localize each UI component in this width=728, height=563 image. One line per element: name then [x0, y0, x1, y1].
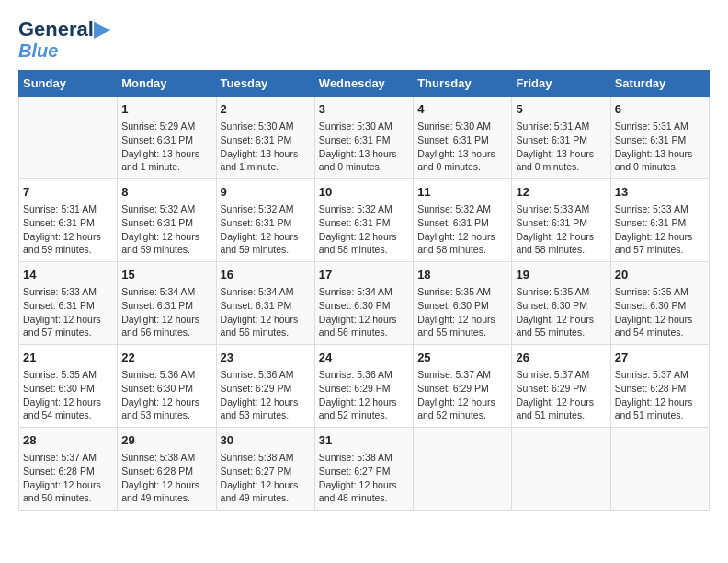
day-number: 17	[319, 267, 409, 283]
calendar-table: SundayMondayTuesdayWednesdayThursdayFrid…	[18, 70, 710, 511]
day-cell: 10Sunrise: 5:32 AM Sunset: 6:31 PM Dayli…	[314, 179, 413, 262]
day-number: 19	[516, 267, 606, 283]
day-cell: 9Sunrise: 5:32 AM Sunset: 6:31 PM Daylig…	[216, 179, 314, 262]
logo-text: General▶	[18, 18, 109, 40]
day-cell: 25Sunrise: 5:37 AM Sunset: 6:29 PM Dayli…	[414, 345, 512, 428]
day-number: 31	[319, 432, 409, 449]
week-row-3: 14Sunrise: 5:33 AM Sunset: 6:31 PM Dayli…	[19, 262, 710, 345]
day-info: Sunrise: 5:35 AM Sunset: 6:30 PM Dayligh…	[417, 285, 507, 339]
day-number: 11	[417, 184, 507, 201]
page-header: General▶ Blue	[18, 18, 710, 61]
day-cell: 14Sunrise: 5:33 AM Sunset: 6:31 PM Dayli…	[19, 262, 118, 345]
header-cell-thursday: Thursday	[414, 71, 512, 97]
day-cell: 21Sunrise: 5:35 AM Sunset: 6:30 PM Dayli…	[19, 345, 118, 428]
day-cell: 8Sunrise: 5:32 AM Sunset: 6:31 PM Daylig…	[118, 179, 216, 262]
day-info: Sunrise: 5:35 AM Sunset: 6:30 PM Dayligh…	[615, 285, 705, 339]
day-info: Sunrise: 5:36 AM Sunset: 6:29 PM Dayligh…	[319, 368, 409, 422]
day-cell	[414, 427, 512, 510]
day-number: 21	[23, 350, 113, 366]
day-cell: 24Sunrise: 5:36 AM Sunset: 6:29 PM Dayli…	[314, 345, 413, 428]
day-number: 9	[221, 184, 311, 201]
day-number: 5	[516, 101, 606, 118]
day-cell: 1Sunrise: 5:29 AM Sunset: 6:31 PM Daylig…	[118, 97, 216, 179]
day-cell: 6Sunrise: 5:31 AM Sunset: 6:31 PM Daylig…	[610, 97, 709, 179]
day-cell: 3Sunrise: 5:30 AM Sunset: 6:31 PM Daylig…	[314, 97, 413, 179]
day-cell: 2Sunrise: 5:30 AM Sunset: 6:31 PM Daylig…	[216, 97, 314, 179]
day-cell: 28Sunrise: 5:37 AM Sunset: 6:28 PM Dayli…	[19, 427, 118, 510]
day-cell: 29Sunrise: 5:38 AM Sunset: 6:28 PM Dayli…	[118, 427, 216, 510]
week-row-1: 1Sunrise: 5:29 AM Sunset: 6:31 PM Daylig…	[19, 97, 710, 179]
day-number: 15	[121, 267, 211, 283]
day-info: Sunrise: 5:31 AM Sunset: 6:31 PM Dayligh…	[615, 120, 705, 174]
header-cell-monday: Monday	[118, 71, 216, 97]
day-cell: 11Sunrise: 5:32 AM Sunset: 6:31 PM Dayli…	[414, 179, 512, 262]
day-info: Sunrise: 5:37 AM Sunset: 6:29 PM Dayligh…	[417, 368, 507, 422]
day-cell: 15Sunrise: 5:34 AM Sunset: 6:31 PM Dayli…	[118, 262, 216, 345]
logo: General▶ Blue	[18, 18, 109, 61]
day-number: 7	[23, 184, 113, 201]
day-info: Sunrise: 5:32 AM Sunset: 6:31 PM Dayligh…	[417, 202, 507, 257]
day-number: 20	[615, 267, 705, 283]
day-number: 13	[615, 184, 705, 201]
day-info: Sunrise: 5:30 AM Sunset: 6:31 PM Dayligh…	[417, 120, 507, 174]
day-info: Sunrise: 5:38 AM Sunset: 6:27 PM Dayligh…	[319, 451, 409, 505]
day-info: Sunrise: 5:33 AM Sunset: 6:31 PM Dayligh…	[516, 202, 606, 257]
day-number: 29	[121, 432, 211, 449]
day-cell: 12Sunrise: 5:33 AM Sunset: 6:31 PM Dayli…	[512, 179, 610, 262]
day-number: 14	[23, 267, 113, 283]
day-cell: 20Sunrise: 5:35 AM Sunset: 6:30 PM Dayli…	[610, 262, 709, 345]
day-info: Sunrise: 5:33 AM Sunset: 6:31 PM Dayligh…	[23, 285, 113, 339]
day-info: Sunrise: 5:34 AM Sunset: 6:31 PM Dayligh…	[121, 285, 211, 339]
day-info: Sunrise: 5:31 AM Sunset: 6:31 PM Dayligh…	[516, 120, 606, 174]
day-cell: 4Sunrise: 5:30 AM Sunset: 6:31 PM Daylig…	[414, 97, 512, 179]
day-info: Sunrise: 5:30 AM Sunset: 6:31 PM Dayligh…	[319, 120, 409, 174]
header-cell-wednesday: Wednesday	[314, 71, 413, 97]
day-cell	[19, 97, 118, 179]
week-row-4: 21Sunrise: 5:35 AM Sunset: 6:30 PM Dayli…	[19, 345, 710, 428]
day-info: Sunrise: 5:30 AM Sunset: 6:31 PM Dayligh…	[221, 120, 311, 174]
day-number: 2	[221, 101, 311, 118]
day-cell: 19Sunrise: 5:35 AM Sunset: 6:30 PM Dayli…	[512, 262, 610, 345]
day-cell: 16Sunrise: 5:34 AM Sunset: 6:31 PM Dayli…	[216, 262, 314, 345]
day-info: Sunrise: 5:34 AM Sunset: 6:30 PM Dayligh…	[319, 285, 409, 339]
day-info: Sunrise: 5:37 AM Sunset: 6:29 PM Dayligh…	[516, 368, 606, 422]
logo-subtext: Blue	[18, 40, 58, 61]
day-number: 1	[121, 101, 211, 118]
day-info: Sunrise: 5:33 AM Sunset: 6:31 PM Dayligh…	[615, 202, 705, 257]
day-number: 6	[615, 101, 705, 118]
day-cell: 27Sunrise: 5:37 AM Sunset: 6:28 PM Dayli…	[610, 345, 709, 428]
day-cell	[512, 427, 610, 510]
day-info: Sunrise: 5:37 AM Sunset: 6:28 PM Dayligh…	[615, 368, 705, 422]
day-info: Sunrise: 5:38 AM Sunset: 6:28 PM Dayligh…	[121, 451, 211, 505]
day-cell: 7Sunrise: 5:31 AM Sunset: 6:31 PM Daylig…	[19, 179, 118, 262]
day-cell: 26Sunrise: 5:37 AM Sunset: 6:29 PM Dayli…	[512, 345, 610, 428]
day-number: 30	[221, 432, 311, 449]
day-info: Sunrise: 5:35 AM Sunset: 6:30 PM Dayligh…	[23, 368, 113, 422]
day-cell: 22Sunrise: 5:36 AM Sunset: 6:30 PM Dayli…	[118, 345, 216, 428]
header-row: SundayMondayTuesdayWednesdayThursdayFrid…	[19, 71, 710, 97]
day-info: Sunrise: 5:29 AM Sunset: 6:31 PM Dayligh…	[121, 120, 211, 174]
day-info: Sunrise: 5:32 AM Sunset: 6:31 PM Dayligh…	[319, 202, 409, 257]
header-cell-friday: Friday	[512, 71, 610, 97]
header-cell-tuesday: Tuesday	[216, 71, 314, 97]
day-info: Sunrise: 5:35 AM Sunset: 6:30 PM Dayligh…	[516, 285, 606, 339]
day-number: 4	[417, 101, 507, 118]
day-number: 10	[319, 184, 409, 201]
day-cell: 5Sunrise: 5:31 AM Sunset: 6:31 PM Daylig…	[512, 97, 610, 179]
day-info: Sunrise: 5:32 AM Sunset: 6:31 PM Dayligh…	[121, 202, 211, 257]
day-cell: 18Sunrise: 5:35 AM Sunset: 6:30 PM Dayli…	[414, 262, 512, 345]
day-info: Sunrise: 5:37 AM Sunset: 6:28 PM Dayligh…	[23, 451, 113, 505]
day-number: 24	[319, 350, 409, 366]
day-number: 26	[516, 350, 606, 366]
day-cell: 30Sunrise: 5:38 AM Sunset: 6:27 PM Dayli…	[216, 427, 314, 510]
week-row-2: 7Sunrise: 5:31 AM Sunset: 6:31 PM Daylig…	[19, 179, 710, 262]
day-number: 22	[121, 350, 211, 366]
day-cell: 17Sunrise: 5:34 AM Sunset: 6:30 PM Dayli…	[314, 262, 413, 345]
day-number: 12	[516, 184, 606, 201]
day-number: 16	[221, 267, 311, 283]
day-number: 25	[417, 350, 507, 366]
day-cell	[610, 427, 709, 510]
day-number: 8	[121, 184, 211, 201]
week-row-5: 28Sunrise: 5:37 AM Sunset: 6:28 PM Dayli…	[19, 427, 710, 510]
day-info: Sunrise: 5:36 AM Sunset: 6:29 PM Dayligh…	[221, 368, 311, 422]
